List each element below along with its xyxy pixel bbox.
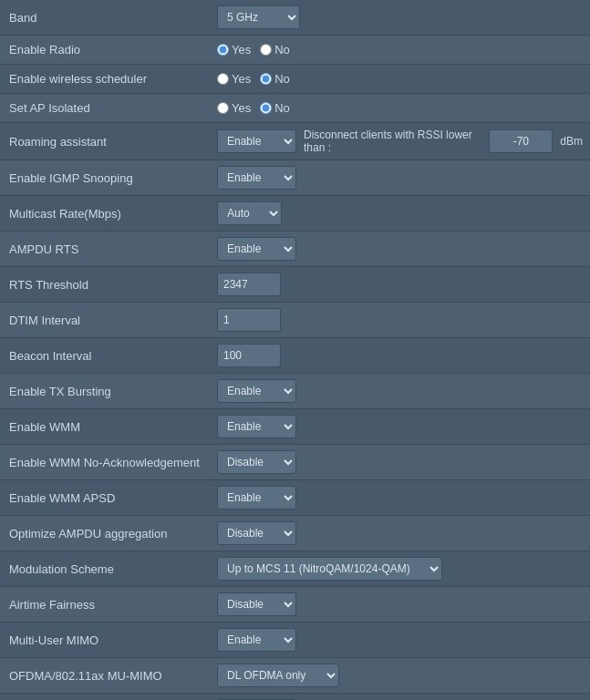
control-beamforming: EnableDisable [210, 694, 590, 701]
control-roaming-assistant: EnableDisableDisconnect clients with RSS… [210, 123, 590, 160]
label-ap-isolated: Set AP Isolated [0, 94, 210, 123]
select-ampdu-rts[interactable]: EnableDisable [217, 237, 296, 261]
label-roaming-assistant: Roaming assistant [0, 123, 210, 160]
label-ofdma: OFDMA/802.11ax MU-MIMO [0, 658, 210, 694]
control-band: 5 GHz2.4 GHz6 GHz [210, 0, 590, 36]
select-roaming-assistant[interactable]: EnableDisable [217, 129, 296, 153]
select-ofdma[interactable]: DL OFDMA onlyUL OFDMA onlyDL+UL OFDMADis… [217, 664, 339, 687]
select-wmm-apsd[interactable]: EnableDisable [217, 486, 296, 510]
label-ampdu-aggregation: Optimize AMPDU aggregation [0, 516, 210, 551]
control-ampdu-rts: EnableDisable [210, 232, 590, 267]
radio-ap-isolated-yes[interactable] [217, 102, 229, 114]
control-ofdma: DL OFDMA onlyUL OFDMA onlyDL+UL OFDMADis… [210, 658, 590, 694]
control-wmm-apsd: EnableDisable [210, 480, 590, 516]
radio-enable-radio-no[interactable] [260, 44, 272, 56]
select-tx-bursting[interactable]: EnableDisable [217, 379, 296, 403]
radio-label-ap-isolated-no[interactable]: No [260, 101, 290, 115]
control-mu-mimo: EnableDisable [210, 623, 590, 658]
control-wmm-no-ack: DisableEnable [210, 445, 590, 480]
control-rts-threshold [210, 267, 590, 303]
control-igmp-snooping: EnableDisable [210, 160, 590, 196]
radio-group-enable-radio: YesNo [217, 43, 583, 57]
select-airtime-fairness[interactable]: DisableEnable [217, 592, 296, 616]
input-beacon-interval[interactable] [217, 344, 281, 367]
radio-wireless-scheduler-no[interactable] [260, 73, 272, 85]
radio-label-enable-radio-no[interactable]: No [260, 43, 290, 57]
label-ampdu-rts: AMPDU RTS [0, 232, 210, 267]
label-beamforming: 802.11ax/ac Beamforming [0, 694, 210, 701]
select-wmm[interactable]: EnableDisable [217, 415, 296, 438]
radio-wireless-scheduler-yes[interactable] [217, 73, 229, 85]
label-dtim-interval: DTIM Interval [0, 303, 210, 338]
radio-label-enable-radio-yes[interactable]: Yes [217, 43, 251, 57]
control-airtime-fairness: DisableEnable [210, 587, 590, 623]
radio-label-wireless-scheduler-yes[interactable]: Yes [217, 72, 251, 86]
select-wmm-no-ack[interactable]: DisableEnable [217, 450, 296, 474]
label-wmm-apsd: Enable WMM APSD [0, 480, 210, 516]
label-wmm: Enable WMM [0, 409, 210, 445]
select-band[interactable]: 5 GHz2.4 GHz6 GHz [217, 5, 300, 29]
label-tx-bursting: Enable TX Bursting [0, 374, 210, 409]
label-wireless-scheduler: Enable wireless scheduler [0, 65, 210, 94]
radio-label-wireless-scheduler-no[interactable]: No [260, 72, 290, 86]
rssi-input[interactable] [489, 129, 553, 153]
label-wmm-no-ack: Enable WMM No-Acknowledgement [0, 445, 210, 480]
settings-table: Band5 GHz2.4 GHz6 GHzEnable RadioYesNoEn… [0, 0, 590, 700]
input-dtim-interval[interactable] [217, 308, 281, 332]
control-ampdu-aggregation: DisableEnable [210, 516, 590, 551]
dbm-label: dBm [560, 135, 583, 148]
label-airtime-fairness: Airtime Fairness [0, 587, 210, 623]
control-enable-radio: YesNo [210, 36, 590, 65]
control-dtim-interval [210, 303, 590, 338]
radio-ap-isolated-no[interactable] [260, 102, 272, 114]
control-ap-isolated: YesNo [210, 94, 590, 123]
radio-group-ap-isolated: YesNo [217, 101, 583, 115]
control-multicast-rate: Auto125.5611122454 [210, 196, 590, 232]
input-rts-threshold[interactable] [217, 273, 281, 296]
control-tx-bursting: EnableDisable [210, 374, 590, 409]
label-rts-threshold: RTS Threshold [0, 267, 210, 303]
control-wireless-scheduler: YesNo [210, 65, 590, 94]
radio-label-ap-isolated-yes[interactable]: Yes [217, 101, 251, 115]
select-igmp-snooping[interactable]: EnableDisable [217, 166, 296, 190]
label-band: Band [0, 0, 210, 36]
label-beacon-interval: Beacon Interval [0, 338, 210, 374]
label-mu-mimo: Multi-User MIMO [0, 623, 210, 658]
select-ampdu-aggregation[interactable]: DisableEnable [217, 521, 296, 545]
label-igmp-snooping: Enable IGMP Snooping [0, 160, 210, 196]
select-mu-mimo[interactable]: EnableDisable [217, 628, 296, 652]
select-modulation-scheme[interactable]: Up to MCS 11 (NitroQAM/1024-QAM)Up to MC… [217, 557, 442, 581]
radio-enable-radio-yes[interactable] [217, 44, 229, 56]
control-wmm: EnableDisable [210, 409, 590, 445]
label-modulation-scheme: Modulation Scheme [0, 551, 210, 587]
roaming-control-row: EnableDisableDisconnect clients with RSS… [217, 129, 583, 154]
label-multicast-rate: Multicast Rate(Mbps) [0, 196, 210, 232]
control-beacon-interval [210, 338, 590, 374]
radio-group-wireless-scheduler: YesNo [217, 72, 583, 86]
roaming-disconnect-label: Disconnect clients with RSSI lower than … [304, 129, 481, 154]
control-modulation-scheme: Up to MCS 11 (NitroQAM/1024-QAM)Up to MC… [210, 551, 590, 587]
label-enable-radio: Enable Radio [0, 36, 210, 65]
select-multicast-rate[interactable]: Auto125.5611122454 [217, 201, 282, 225]
